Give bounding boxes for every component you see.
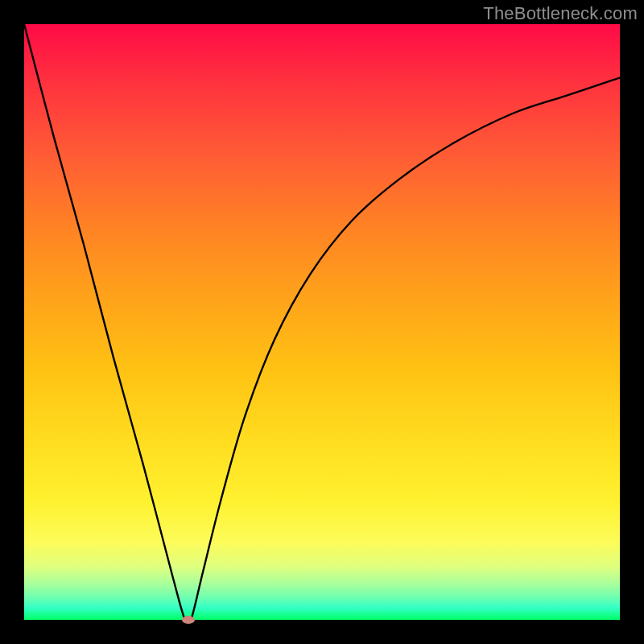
chart-frame: TheBottleneck.com bbox=[0, 0, 644, 644]
chart-curve bbox=[24, 24, 620, 620]
min-marker bbox=[182, 616, 195, 624]
watermark-text: TheBottleneck.com bbox=[483, 3, 638, 24]
plot-area bbox=[24, 24, 620, 620]
